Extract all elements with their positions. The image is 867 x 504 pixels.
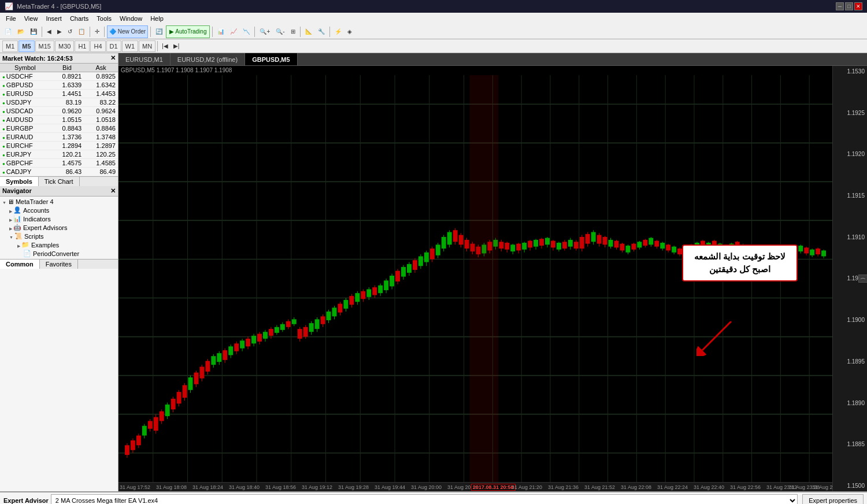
period-w1[interactable]: W1 — [122, 40, 139, 52]
svg-rect-193 — [586, 234, 590, 244]
scroll-left-btn[interactable]: |◀ — [160, 40, 171, 53]
zoom-out-btn[interactable]: 🔍- — [273, 25, 287, 38]
market-watch-row[interactable]: ●USDJPY 83.19 83.22 — [0, 98, 118, 107]
chart-tab-gbpusd-m5[interactable]: GBPUSD,M5 — [245, 53, 297, 65]
tab-symbols[interactable]: Symbols — [0, 177, 39, 186]
nav-period-converter[interactable]: 📄 PeriodConverter — [1, 249, 117, 258]
period-h1[interactable]: H1 — [75, 40, 90, 52]
menu-help[interactable]: Help — [147, 14, 167, 23]
forward-btn[interactable]: ▶ — [55, 25, 64, 38]
scripts-expand-icon — [9, 233, 14, 240]
new-order-btn[interactable]: 🔷 New Order — [107, 25, 148, 38]
market-watch-row[interactable]: ●EURAUD 1.3736 1.3748 — [0, 133, 118, 142]
back-btn[interactable]: ◀ — [45, 25, 54, 38]
menu-window[interactable]: Window — [116, 14, 146, 23]
svg-rect-127 — [395, 271, 400, 281]
nav-accounts[interactable]: 👤 Accounts — [1, 206, 117, 214]
window-controls[interactable]: ─ □ ✕ — [836, 2, 862, 10]
svg-rect-79 — [257, 334, 262, 342]
crosshair-btn[interactable]: ✛ — [92, 25, 102, 38]
market-watch-row[interactable]: ●EURCHF 1.2894 1.2897 — [0, 142, 118, 150]
nav-ea[interactable]: 🤖 Expert Advisors — [1, 223, 117, 232]
restore-button[interactable]: □ — [845, 2, 853, 10]
tab-favorites[interactable]: Favorites — [40, 260, 78, 269]
mw-ask: 1.3748 — [84, 133, 118, 142]
svg-rect-33 — [125, 445, 129, 455]
period-d1[interactable]: D1 — [106, 40, 121, 52]
market-watch-row[interactable]: ●GBPUSD 1.6339 1.6342 — [0, 81, 118, 90]
chart-tab-eurusd-m2[interactable]: EURUSD,M2 (offline) — [171, 53, 245, 65]
nav-examples[interactable]: 📁 Examples — [1, 240, 117, 249]
ea-select[interactable]: 2 MA Crosses Mega filter EA V1.ex4 — [51, 494, 798, 504]
mw-bid: 1.4575 — [50, 159, 84, 168]
expert-on-btn[interactable]: ⚡ — [332, 25, 344, 38]
period-m5[interactable]: M5 — [18, 40, 34, 52]
chart-bar-btn[interactable]: 📊 — [215, 25, 227, 38]
col-bid: Bid — [50, 64, 84, 72]
mw-bid: 83.19 — [50, 98, 84, 107]
time-5: 31 Aug 18:56 — [265, 484, 296, 490]
properties-btn[interactable]: 📋 — [76, 25, 87, 38]
scroll-right-btn[interactable]: ▶| — [171, 40, 182, 53]
market-watch-row[interactable]: ●USDCAD 0.9620 0.9624 — [0, 107, 118, 116]
right-vert-tab[interactable]: ⟨ — [858, 275, 867, 283]
nav-indicators[interactable]: 📊 Indicators — [1, 214, 117, 223]
price-7: 1.1900 — [833, 317, 867, 323]
nav-root[interactable]: 🖥 MetaTrader 4 — [1, 198, 117, 206]
refresh-btn[interactable]: ↺ — [65, 25, 75, 38]
indicators2-btn[interactable]: ◈ — [345, 25, 354, 38]
zoom-in-btn[interactable]: 🔍+ — [257, 25, 272, 38]
market-watch-close[interactable]: ✕ — [110, 54, 116, 62]
navigator-close[interactable]: ✕ — [110, 187, 116, 195]
indicators-btn[interactable]: 📐 — [303, 25, 314, 38]
period-m1[interactable]: M1 — [2, 40, 18, 52]
mw-bid: 1.6339 — [50, 81, 84, 90]
mw-symbol: ●GBPCHF — [0, 159, 50, 168]
period-h4[interactable]: H4 — [90, 40, 105, 52]
chart-line-btn[interactable]: 📉 — [240, 25, 252, 38]
market-watch-row[interactable]: ●EURJPY 120.21 120.25 — [0, 150, 118, 159]
time-11: 31 Aug 21:20 — [512, 484, 542, 490]
examples-icon: 📁 — [21, 241, 29, 249]
menu-view[interactable]: View — [21, 14, 42, 23]
svg-rect-101 — [321, 316, 325, 324]
ea-label: Expert Advisor — [3, 497, 49, 504]
market-watch-row[interactable]: ●CADJPY 86.43 86.49 — [0, 168, 118, 176]
market-watch-row[interactable]: ●EURUSD 1.4451 1.4453 — [0, 90, 118, 98]
market-watch-row[interactable]: ●AUDUSD 1.0515 1.0518 — [0, 116, 118, 124]
time-8: 31 Aug 19:44 — [375, 484, 405, 490]
strategy-tester: Expert Advisor 2 MA Crosses Mega filter … — [0, 491, 867, 504]
new-chart-btn[interactable]: 📄 — [2, 25, 14, 38]
chart-grid-btn[interactable]: ⊞ — [288, 25, 298, 38]
objects-btn[interactable]: 🔧 — [316, 25, 327, 38]
market-watch-row[interactable]: ●EURGBP 0.8843 0.8846 — [0, 124, 118, 133]
svg-rect-109 — [343, 300, 348, 309]
chart-candle-btn[interactable]: 📈 — [228, 25, 239, 38]
period-m30[interactable]: M30 — [55, 40, 74, 52]
expert-properties-btn[interactable]: Expert properties — [802, 494, 864, 504]
menu-charts[interactable]: Charts — [66, 14, 92, 23]
tab-tick-chart[interactable]: Tick Chart — [39, 177, 80, 186]
tab-common[interactable]: Common — [0, 260, 40, 269]
minimize-button[interactable]: ─ — [836, 2, 844, 10]
menu-bar: File View Insert Charts Tools Window Hel… — [0, 13, 867, 24]
market-watch-row[interactable]: ●USDCHF 0.8921 0.8925 — [0, 72, 118, 81]
menu-insert[interactable]: Insert — [42, 14, 65, 23]
chart-tab-eurusd-m1[interactable]: EURUSD,M1 — [118, 53, 171, 65]
svg-rect-275 — [821, 250, 826, 256]
save-btn[interactable]: 💾 — [28, 25, 39, 38]
close-button[interactable]: ✕ — [854, 2, 862, 10]
open-btn[interactable]: 📂 — [15, 25, 27, 38]
menu-file[interactable]: File — [2, 14, 20, 23]
period-m15[interactable]: M15 — [35, 40, 54, 52]
mw-symbol: ●CADJPY — [0, 168, 50, 176]
nav-scripts[interactable]: 📜 Scripts — [1, 232, 117, 240]
mw-symbol: ●GBPUSD — [0, 81, 50, 90]
time-2: 31 Aug 18:08 — [156, 484, 187, 490]
refresh2-btn[interactable]: 🔄 — [153, 25, 165, 38]
auto-trading-btn[interactable]: ▶ AutoTrading — [166, 25, 210, 38]
market-watch-row[interactable]: ●GBPCHF 1.4575 1.4585 — [0, 159, 118, 168]
svg-rect-273 — [816, 249, 820, 254]
period-mn[interactable]: MN — [139, 40, 155, 52]
menu-tools[interactable]: Tools — [93, 14, 115, 23]
